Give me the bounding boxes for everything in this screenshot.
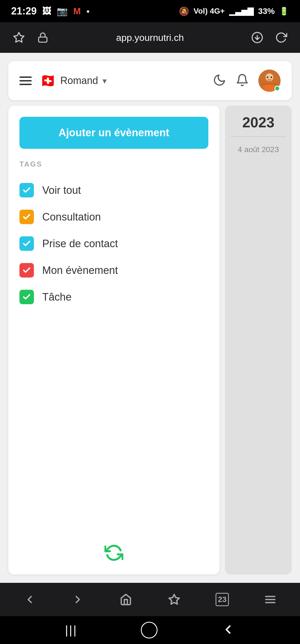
time-display: 21:29 [11,5,37,17]
chevron-down-icon: ▾ [102,76,107,86]
refresh-browser-icon[interactable] [273,30,289,45]
android-nav: ||| [0,616,300,644]
dot-indicator: ● [86,8,90,14]
notification-bell-icon[interactable] [236,73,249,88]
nav-menu-button[interactable] [259,588,281,611]
status-bar: 21:29 🖼 📷 M ● 🔕 Vol) 4G+ ▁▃▅▇ 33% 🔋 [0,0,300,22]
bottom-nav-bar: 23 [0,583,300,616]
camera-icon: 📷 [57,6,68,16]
region-label: Romand [60,75,98,86]
download-icon[interactable] [249,30,265,45]
signal-bars: ▁▃▅▇ [229,7,254,16]
main-content: 🇨🇭 Romand ▾ [0,53,300,583]
checkbox-consultation[interactable] [19,210,34,224]
star-icon[interactable] [11,30,27,45]
svg-marker-11 [169,595,179,604]
refresh-area [19,532,208,563]
region-selector[interactable]: 🇨🇭 Romand ▾ [40,73,107,88]
nav-tabs-button[interactable]: 23 [211,588,233,611]
photo-icon: 🖼 [42,6,51,16]
swiss-flag-icon: 🇨🇭 [40,73,56,88]
hamburger-menu[interactable] [19,76,32,85]
browser-left-icons [11,30,51,45]
nav-forward-button[interactable] [67,588,89,611]
mute-icon: 🔕 [179,6,189,16]
nav-home-button[interactable] [115,588,137,611]
tag-item-mon-evenement[interactable]: Mon évènement [19,257,208,284]
left-panel: Ajouter un évènement TAGS Voir tout Cons [8,106,219,574]
checkbox-mon-evenement[interactable] [19,263,34,278]
browser-right-icons [249,30,289,45]
dark-mode-icon[interactable] [213,73,226,88]
tag-item-tache[interactable]: Tâche [19,284,208,310]
tag-item-voir-tout[interactable]: Voir tout [19,177,208,204]
year-label: 2023 [231,114,286,131]
tag-label-prise-de-contact: Prise de contact [42,238,118,250]
android-home[interactable] [141,622,158,638]
checkbox-tache[interactable] [19,290,34,304]
nav-back-button[interactable] [19,588,41,611]
svg-rect-10 [261,83,278,85]
status-right: 🔕 Vol) 4G+ ▁▃▅▇ 33% 🔋 [179,6,289,16]
tag-item-prise-de-contact[interactable]: Prise de contact [19,230,208,257]
date-label: 4 août 2023 [231,142,286,157]
svg-rect-1 [39,37,47,42]
refresh-icon[interactable] [104,543,123,563]
url-bar[interactable]: app.yournutri.ch [51,32,249,43]
nav-right [213,70,281,92]
tag-label-consultation: Consultation [42,211,101,223]
nav-card: 🇨🇭 Romand ▾ [8,61,292,100]
gmail-icon: M [73,6,81,16]
nav-bookmark-button[interactable] [163,588,185,611]
online-status-dot [274,86,280,91]
status-left: 21:29 🖼 📷 M ● [11,5,90,17]
android-recent-apps[interactable]: ||| [65,623,78,637]
content-panel: Ajouter un évènement TAGS Voir tout Cons [8,106,292,574]
browser-bar: app.yournutri.ch [0,22,300,53]
user-avatar[interactable] [258,70,281,92]
right-panel: 2023 4 août 2023 [225,106,292,574]
svg-point-8 [267,76,268,78]
tag-item-consultation[interactable]: Consultation [19,204,208,230]
nav-left: 🇨🇭 Romand ▾ [19,73,107,88]
svg-rect-7 [264,86,275,92]
tags-section: TAGS Voir tout Consultation [19,160,208,310]
checkbox-prise-de-contact[interactable] [19,236,34,251]
tag-label-voir-tout: Voir tout [42,184,81,196]
android-back[interactable] [221,623,235,638]
tag-label-tache: Tâche [42,291,72,303]
tags-section-label: TAGS [19,160,208,169]
checkbox-voir-tout[interactable] [19,183,34,197]
lock-icon [35,30,51,45]
svg-point-9 [271,76,272,78]
battery-icon: 🔋 [279,7,289,16]
calendar-divider [231,136,286,137]
svg-marker-0 [14,33,24,42]
signal-text: Vol) 4G+ [194,7,225,16]
add-event-button[interactable]: Ajouter un évènement [19,117,208,149]
tag-label-mon-evenement: Mon évènement [42,264,118,276]
battery-display: 33% [258,6,275,16]
